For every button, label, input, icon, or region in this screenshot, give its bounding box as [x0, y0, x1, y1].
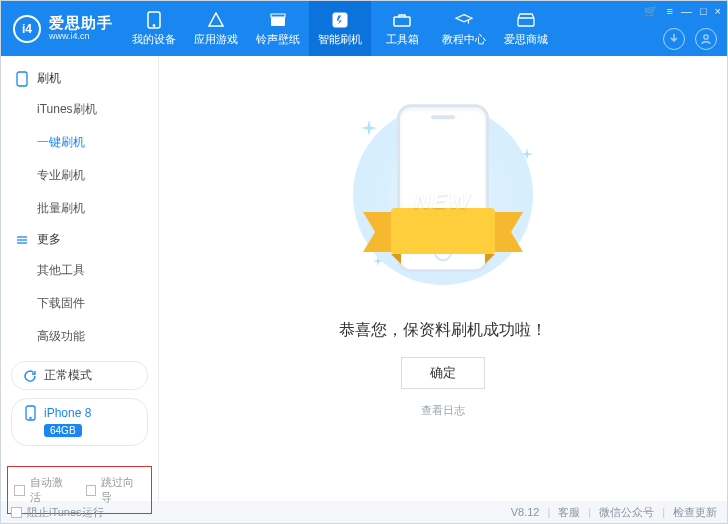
footer-link-update[interactable]: 检查更新: [673, 505, 717, 520]
skip-setup-checkbox[interactable]: 跳过向导: [86, 475, 146, 505]
logo-badge: i4: [13, 15, 41, 43]
footer-link-support[interactable]: 客服: [558, 505, 580, 520]
nav-shop[interactable]: 爱思商城: [495, 1, 557, 56]
cart-icon[interactable]: 🛒: [644, 5, 658, 18]
svg-rect-6: [518, 18, 534, 26]
nav-ringtone[interactable]: 铃声壁纸: [247, 1, 309, 56]
version-label: V8.12: [511, 506, 540, 518]
sidebar-item-other-tools[interactable]: 其他工具: [1, 254, 158, 287]
nav-flash[interactable]: 智能刷机: [309, 1, 371, 56]
main-content: NEW 恭喜您，保资料刷机成功啦！ 确定 查看日志: [159, 56, 727, 501]
phone-outline-icon: [15, 71, 29, 87]
device-phone-icon: [22, 405, 38, 421]
device-pill[interactable]: iPhone 8 64GB: [11, 398, 148, 446]
refresh-icon: [22, 368, 38, 384]
wallpaper-icon: [269, 11, 287, 29]
success-message: 恭喜您，保资料刷机成功啦！: [339, 320, 547, 341]
view-log-link[interactable]: 查看日志: [421, 403, 465, 418]
user-button[interactable]: [695, 28, 717, 50]
sidebar-group-flash[interactable]: 刷机: [1, 64, 158, 93]
sidebar-item-batch-flash[interactable]: 批量刷机: [1, 192, 158, 225]
apps-icon: [207, 11, 225, 29]
phone-icon: [145, 11, 163, 29]
svg-rect-3: [271, 14, 285, 17]
logo: i4 爱思助手 www.i4.cn: [1, 15, 123, 43]
app-header: i4 爱思助手 www.i4.cn 我的设备 应用游戏 铃声壁纸 智能刷机 工具…: [1, 1, 727, 56]
device-status-box: 正常模式 iPhone 8 64GB: [1, 353, 158, 462]
sidebar-item-advanced[interactable]: 高级功能: [1, 320, 158, 353]
nav-tutorial[interactable]: 教程中心: [433, 1, 495, 56]
minimize-button[interactable]: —: [681, 5, 692, 18]
success-illustration: NEW: [333, 90, 553, 300]
flash-icon: [331, 11, 349, 29]
svg-point-1: [153, 24, 155, 26]
logo-text: 爱思助手 www.i4.cn: [49, 15, 113, 41]
app-body: 刷机 iTunes刷机 一键刷机 专业刷机 批量刷机 更多 其他工具 下载固件 …: [1, 56, 727, 501]
tutorial-icon: [455, 11, 473, 29]
window-controls: 🛒 ≡ — □ ×: [644, 5, 721, 18]
svg-rect-8: [17, 72, 27, 86]
app-title: 爱思助手: [49, 15, 113, 32]
ok-button[interactable]: 确定: [401, 357, 485, 389]
maximize-button[interactable]: □: [700, 5, 707, 18]
nav-toolbox[interactable]: 工具箱: [371, 1, 433, 56]
svg-rect-5: [394, 17, 410, 26]
sidebar-item-itunes-flash[interactable]: iTunes刷机: [1, 93, 158, 126]
app-url: www.i4.cn: [49, 32, 113, 42]
sidebar-item-download-firmware[interactable]: 下载固件: [1, 287, 158, 320]
svg-point-7: [704, 35, 708, 39]
storage-badge: 64GB: [44, 424, 82, 437]
sidebar-item-pro-flash[interactable]: 专业刷机: [1, 159, 158, 192]
header-actions: [663, 28, 717, 50]
sidebar: 刷机 iTunes刷机 一键刷机 专业刷机 批量刷机 更多 其他工具 下载固件 …: [1, 56, 159, 501]
svg-point-13: [29, 417, 31, 419]
auto-activate-checkbox[interactable]: 自动激活: [14, 475, 74, 505]
toolbox-icon: [393, 11, 411, 29]
sidebar-item-oneclick-flash[interactable]: 一键刷机: [1, 126, 158, 159]
mode-pill[interactable]: 正常模式: [11, 361, 148, 390]
device-name: iPhone 8: [44, 406, 91, 420]
nav-apps[interactable]: 应用游戏: [185, 1, 247, 56]
menu-icon[interactable]: ≡: [666, 5, 672, 18]
top-nav: 我的设备 应用游戏 铃声壁纸 智能刷机 工具箱 教程中心 爱思商城: [123, 1, 557, 56]
close-button[interactable]: ×: [715, 5, 721, 18]
more-icon: [15, 234, 29, 246]
sidebar-group-more[interactable]: 更多: [1, 225, 158, 254]
block-itunes-checkbox[interactable]: 阻止iTunes运行: [11, 505, 104, 520]
svg-rect-14: [391, 208, 495, 254]
nav-my-device[interactable]: 我的设备: [123, 1, 185, 56]
new-label: NEW: [414, 188, 471, 214]
shop-icon: [517, 11, 535, 29]
download-button[interactable]: [663, 28, 685, 50]
footer-link-wechat[interactable]: 微信公众号: [599, 505, 654, 520]
